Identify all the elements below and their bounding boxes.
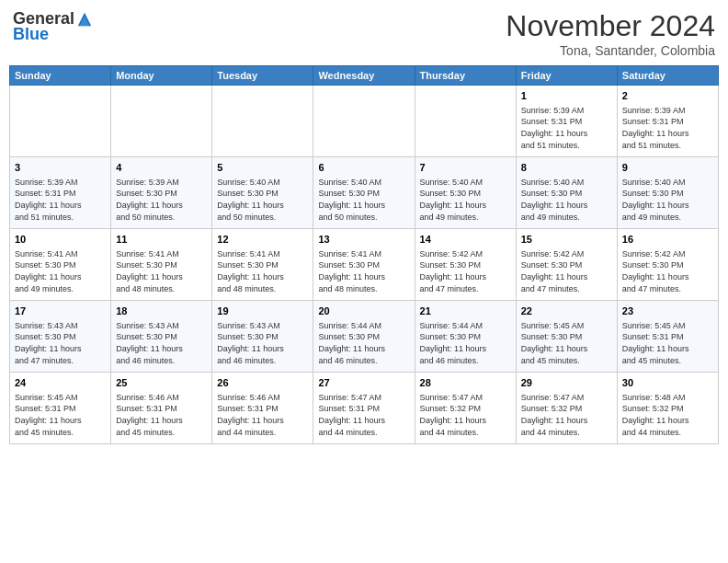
day-number: 10 xyxy=(15,233,106,247)
calendar-cell: 24Sunrise: 5:45 AM Sunset: 5:31 PM Dayli… xyxy=(10,373,111,444)
calendar-cell: 3Sunrise: 5:39 AM Sunset: 5:31 PM Daylig… xyxy=(10,157,111,229)
calendar: SundayMondayTuesdayWednesdayThursdayFrid… xyxy=(9,65,719,444)
day-info: Sunrise: 5:41 AM Sunset: 5:30 PM Dayligh… xyxy=(318,248,409,294)
day-info: Sunrise: 5:40 AM Sunset: 5:30 PM Dayligh… xyxy=(521,177,612,223)
day-number: 8 xyxy=(521,161,612,175)
calendar-cell: 15Sunrise: 5:42 AM Sunset: 5:30 PM Dayli… xyxy=(516,229,617,301)
calendar-cell: 29Sunrise: 5:47 AM Sunset: 5:32 PM Dayli… xyxy=(516,373,617,444)
day-info: Sunrise: 5:44 AM Sunset: 5:30 PM Dayligh… xyxy=(318,320,409,366)
day-info: Sunrise: 5:40 AM Sunset: 5:30 PM Dayligh… xyxy=(622,177,713,223)
column-header-thursday: Thursday xyxy=(415,66,516,86)
day-number: 2 xyxy=(622,89,713,103)
calendar-cell xyxy=(313,86,415,157)
calendar-cell: 9Sunrise: 5:40 AM Sunset: 5:30 PM Daylig… xyxy=(617,157,718,229)
day-number: 6 xyxy=(318,161,409,175)
day-number: 15 xyxy=(521,233,612,247)
calendar-cell: 22Sunrise: 5:45 AM Sunset: 5:30 PM Dayli… xyxy=(516,301,617,373)
column-header-sunday: Sunday xyxy=(10,66,111,86)
calendar-cell: 14Sunrise: 5:42 AM Sunset: 5:30 PM Dayli… xyxy=(415,229,516,301)
day-number: 13 xyxy=(318,233,409,247)
day-number: 14 xyxy=(420,233,511,247)
day-info: Sunrise: 5:43 AM Sunset: 5:30 PM Dayligh… xyxy=(217,320,308,366)
column-header-tuesday: Tuesday xyxy=(212,66,313,86)
day-number: 18 xyxy=(116,304,207,318)
calendar-cell xyxy=(10,86,111,157)
day-info: Sunrise: 5:43 AM Sunset: 5:30 PM Dayligh… xyxy=(15,320,106,366)
day-number: 19 xyxy=(217,304,308,318)
day-info: Sunrise: 5:41 AM Sunset: 5:30 PM Dayligh… xyxy=(15,248,106,294)
calendar-cell xyxy=(212,86,313,157)
calendar-cell: 21Sunrise: 5:44 AM Sunset: 5:30 PM Dayli… xyxy=(415,301,516,373)
location: Tona, Santander, Colombia xyxy=(506,43,715,58)
day-number: 28 xyxy=(420,376,511,390)
calendar-cell: 18Sunrise: 5:43 AM Sunset: 5:30 PM Dayli… xyxy=(111,301,212,373)
page: General Blue November 2024 Tona, Santand… xyxy=(0,0,728,563)
day-number: 22 xyxy=(521,304,612,318)
day-number: 21 xyxy=(420,304,511,318)
day-info: Sunrise: 5:40 AM Sunset: 5:30 PM Dayligh… xyxy=(217,177,308,223)
calendar-cell: 23Sunrise: 5:45 AM Sunset: 5:31 PM Dayli… xyxy=(617,301,718,373)
column-header-wednesday: Wednesday xyxy=(313,66,415,86)
day-number: 20 xyxy=(318,304,409,318)
title-section: November 2024 Tona, Santander, Colombia xyxy=(506,9,715,58)
day-info: Sunrise: 5:39 AM Sunset: 5:31 PM Dayligh… xyxy=(521,105,612,151)
month-title: November 2024 xyxy=(506,9,715,43)
day-info: Sunrise: 5:39 AM Sunset: 5:31 PM Dayligh… xyxy=(622,105,713,151)
day-info: Sunrise: 5:45 AM Sunset: 5:31 PM Dayligh… xyxy=(15,392,106,438)
header: General Blue November 2024 Tona, Santand… xyxy=(9,9,719,58)
column-header-monday: Monday xyxy=(111,66,212,86)
day-info: Sunrise: 5:42 AM Sunset: 5:30 PM Dayligh… xyxy=(420,248,511,294)
day-info: Sunrise: 5:41 AM Sunset: 5:30 PM Dayligh… xyxy=(116,248,207,294)
day-number: 24 xyxy=(15,376,106,390)
column-header-saturday: Saturday xyxy=(617,66,718,86)
day-info: Sunrise: 5:39 AM Sunset: 5:30 PM Dayligh… xyxy=(116,177,207,223)
day-number: 5 xyxy=(217,161,308,175)
calendar-cell xyxy=(111,86,212,157)
logo-blue-text: Blue xyxy=(13,25,49,44)
day-number: 17 xyxy=(15,304,106,318)
calendar-cell: 28Sunrise: 5:47 AM Sunset: 5:32 PM Dayli… xyxy=(415,373,516,444)
day-number: 27 xyxy=(318,376,409,390)
calendar-cell: 27Sunrise: 5:47 AM Sunset: 5:31 PM Dayli… xyxy=(313,373,415,444)
day-number: 25 xyxy=(116,376,207,390)
day-number: 3 xyxy=(15,161,106,175)
calendar-cell: 8Sunrise: 5:40 AM Sunset: 5:30 PM Daylig… xyxy=(516,157,617,229)
day-info: Sunrise: 5:47 AM Sunset: 5:32 PM Dayligh… xyxy=(521,392,612,438)
day-info: Sunrise: 5:45 AM Sunset: 5:31 PM Dayligh… xyxy=(622,320,713,366)
day-info: Sunrise: 5:47 AM Sunset: 5:32 PM Dayligh… xyxy=(420,392,511,438)
day-info: Sunrise: 5:43 AM Sunset: 5:30 PM Dayligh… xyxy=(116,320,207,366)
calendar-cell: 17Sunrise: 5:43 AM Sunset: 5:30 PM Dayli… xyxy=(10,301,111,373)
day-info: Sunrise: 5:44 AM Sunset: 5:30 PM Dayligh… xyxy=(420,320,511,366)
day-info: Sunrise: 5:42 AM Sunset: 5:30 PM Dayligh… xyxy=(622,248,713,294)
calendar-cell: 12Sunrise: 5:41 AM Sunset: 5:30 PM Dayli… xyxy=(212,229,313,301)
week-row-2: 3Sunrise: 5:39 AM Sunset: 5:31 PM Daylig… xyxy=(10,157,719,229)
day-number: 29 xyxy=(521,376,612,390)
day-info: Sunrise: 5:40 AM Sunset: 5:30 PM Dayligh… xyxy=(318,177,409,223)
calendar-cell: 30Sunrise: 5:48 AM Sunset: 5:32 PM Dayli… xyxy=(617,373,718,444)
calendar-cell: 16Sunrise: 5:42 AM Sunset: 5:30 PM Dayli… xyxy=(617,229,718,301)
day-number: 9 xyxy=(622,161,713,175)
day-number: 30 xyxy=(622,376,713,390)
day-info: Sunrise: 5:42 AM Sunset: 5:30 PM Dayligh… xyxy=(521,248,612,294)
calendar-cell: 2Sunrise: 5:39 AM Sunset: 5:31 PM Daylig… xyxy=(617,86,718,157)
logo-icon xyxy=(76,11,93,28)
day-number: 12 xyxy=(217,233,308,247)
day-info: Sunrise: 5:41 AM Sunset: 5:30 PM Dayligh… xyxy=(217,248,308,294)
column-header-friday: Friday xyxy=(516,66,617,86)
calendar-cell: 6Sunrise: 5:40 AM Sunset: 5:30 PM Daylig… xyxy=(313,157,415,229)
day-info: Sunrise: 5:47 AM Sunset: 5:31 PM Dayligh… xyxy=(318,392,409,438)
day-number: 4 xyxy=(116,161,207,175)
day-number: 16 xyxy=(622,233,713,247)
calendar-cell: 19Sunrise: 5:43 AM Sunset: 5:30 PM Dayli… xyxy=(212,301,313,373)
calendar-cell: 5Sunrise: 5:40 AM Sunset: 5:30 PM Daylig… xyxy=(212,157,313,229)
week-row-5: 24Sunrise: 5:45 AM Sunset: 5:31 PM Dayli… xyxy=(10,373,719,444)
calendar-cell: 25Sunrise: 5:46 AM Sunset: 5:31 PM Dayli… xyxy=(111,373,212,444)
day-number: 26 xyxy=(217,376,308,390)
day-number: 23 xyxy=(622,304,713,318)
day-info: Sunrise: 5:45 AM Sunset: 5:30 PM Dayligh… xyxy=(521,320,612,366)
calendar-cell: 10Sunrise: 5:41 AM Sunset: 5:30 PM Dayli… xyxy=(10,229,111,301)
logo: General Blue xyxy=(13,9,93,44)
calendar-cell: 13Sunrise: 5:41 AM Sunset: 5:30 PM Dayli… xyxy=(313,229,415,301)
week-row-1: 1Sunrise: 5:39 AM Sunset: 5:31 PM Daylig… xyxy=(10,86,719,157)
week-row-3: 10Sunrise: 5:41 AM Sunset: 5:30 PM Dayli… xyxy=(10,229,719,301)
